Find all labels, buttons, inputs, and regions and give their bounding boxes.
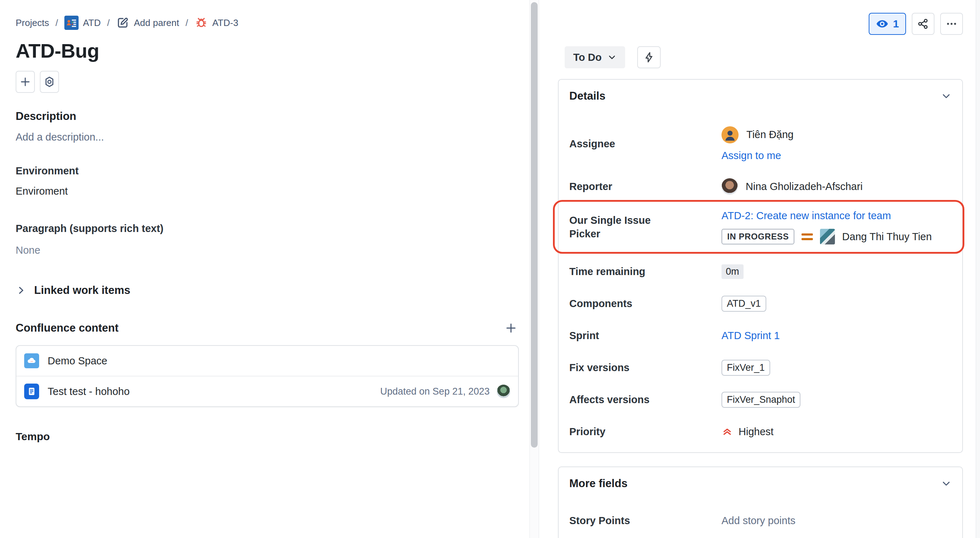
scrollbar-thumb[interactable] (531, 2, 538, 448)
more-actions-button[interactable] (940, 13, 963, 35)
more-fields-card: More fields Story Points Add story point… (558, 466, 963, 538)
eye-watch-icon (876, 18, 889, 30)
breadcrumb-project[interactable]: ATD (64, 16, 101, 30)
more-icon (945, 18, 958, 30)
add-confluence-content-button[interactable] (503, 320, 519, 336)
environment-heading: Environment (16, 165, 519, 177)
issue-main-panel: Projects / ATD / (0, 0, 530, 538)
story-points-row: Story Points Add story points (569, 509, 951, 532)
description-heading: Description (16, 110, 519, 123)
affects-versions-row: Affects versions FixVer_Snaphot (569, 388, 951, 411)
priority-name: Highest (738, 426, 773, 437)
priority-medium-icon (802, 233, 813, 240)
sprint-label: Sprint (569, 330, 721, 342)
assignee-name: Tiên Đặng (746, 129, 794, 140)
breadcrumb-separator: / (106, 18, 110, 29)
reporter-value[interactable]: Nina Gholizadeh-Afschari (721, 178, 951, 195)
chevron-right-icon (16, 285, 26, 296)
time-remaining-value[interactable]: 0m (721, 264, 743, 279)
environment-value[interactable]: Enviroment (16, 185, 519, 197)
avatar (497, 385, 510, 398)
assign-to-me-link[interactable]: Assign to me (721, 150, 951, 161)
details-card-header[interactable]: Details (569, 90, 951, 102)
priority-value[interactable]: Highest (721, 426, 951, 437)
breadcrumb-projects[interactable]: Projects (16, 18, 49, 29)
left-panel-scrollbar (530, 0, 539, 538)
linked-work-items-toggle[interactable]: Linked work items (16, 284, 519, 297)
reporter-name: Nina Gholizadeh-Afschari (746, 181, 863, 193)
description-placeholder[interactable]: Add a description... (16, 131, 519, 143)
breadcrumb-separator: / (55, 18, 59, 29)
confluence-content-card: Demo Space Test test - hohoho Updated on… (16, 345, 519, 407)
priority-label: Priority (569, 426, 721, 437)
project-avatar-icon (64, 16, 79, 30)
linked-issue-assignee-name: Dang Thi Thuy Tien (842, 231, 932, 243)
confluence-space-row[interactable]: Demo Space (16, 346, 518, 376)
watch-button[interactable]: 1 (869, 13, 906, 35)
issue-context-panel: 1 To Do (539, 0, 980, 538)
components-row: Components ATD_v1 (569, 292, 951, 315)
share-icon (917, 18, 929, 30)
confluence-page-updated: Updated on Sep 21, 2023 (380, 386, 490, 397)
avatar (721, 126, 738, 144)
edit-icon (116, 16, 129, 30)
page-title: ATD-Bug (16, 39, 519, 62)
time-remaining-label: Time remaining (569, 266, 721, 278)
fix-versions-row: Fix versions FixVer_1 (569, 356, 951, 379)
breadcrumb-add-parent-label: Add parent (134, 18, 179, 29)
confluence-page-row[interactable]: Test test - hohoho Updated on Sep 21, 20… (16, 376, 518, 406)
linked-work-items-heading: Linked work items (34, 284, 130, 297)
breadcrumb-add-parent[interactable]: Add parent (116, 16, 179, 30)
jira-issue-view: Projects / ATD / (0, 0, 980, 538)
bug-icon (194, 16, 208, 30)
fix-versions-label: Fix versions (569, 362, 721, 374)
watch-count: 1 (893, 18, 899, 30)
automation-button[interactable] (637, 46, 661, 68)
reporter-label: Reporter (569, 181, 721, 193)
assignee-label: Assignee (569, 138, 721, 150)
apps-button[interactable] (40, 71, 59, 93)
affects-version-chip[interactable]: FixVer_Snaphot (721, 392, 800, 408)
window-scrollbar[interactable] (976, 0, 980, 538)
linked-issue-link[interactable]: ATD-2: Create new instance for team (721, 210, 951, 222)
assignee-value[interactable]: Tiên Đặng (721, 126, 951, 144)
apps-icon (43, 76, 56, 88)
sprint-link[interactable]: ATD Sprint 1 (721, 330, 951, 342)
breadcrumb-project-label: ATD (83, 18, 101, 29)
chevron-down-icon (941, 478, 951, 489)
story-points-label: Story Points (569, 515, 721, 527)
priority-row: Priority Highest (569, 420, 951, 443)
reporter-row: Reporter Nina Gholizadeh-Afschari (569, 175, 951, 198)
breadcrumb-issue-key-label: ATD-3 (212, 18, 238, 29)
more-fields-header[interactable]: More fields (569, 477, 951, 490)
sprint-row: Sprint ATD Sprint 1 (569, 324, 951, 347)
confluence-page-icon (24, 383, 39, 399)
avatar (721, 178, 738, 195)
priority-highest-icon (721, 426, 733, 437)
breadcrumb-issue-key[interactable]: ATD-3 (194, 16, 238, 30)
avatar (820, 229, 835, 244)
fix-version-chip[interactable]: FixVer_1 (721, 360, 770, 376)
single-issue-picker-row: Our Single Issue Picker ATD-2: Create ne… (569, 210, 951, 244)
details-card: Details Assignee (558, 79, 963, 453)
confluence-page-title: Test test - hohoho (48, 386, 130, 398)
components-label: Components (569, 298, 721, 310)
chevron-down-icon (607, 53, 617, 62)
confluence-space-title: Demo Space (48, 355, 107, 367)
more-fields-heading: More fields (569, 477, 628, 490)
details-heading: Details (569, 90, 606, 102)
paragraph-field-heading: Paragraph (supports rich text) (16, 223, 519, 235)
paragraph-field-value[interactable]: None (16, 244, 519, 256)
plus-icon (19, 76, 31, 88)
component-chip[interactable]: ATD_v1 (721, 296, 766, 312)
confluence-space-icon (24, 353, 39, 368)
status-dropdown[interactable]: To Do (565, 46, 625, 68)
share-button[interactable] (912, 13, 934, 35)
breadcrumb-separator: / (185, 18, 189, 29)
automation-icon (643, 51, 655, 63)
status-lozenge: IN PROGRESS (721, 229, 794, 244)
story-points-placeholder[interactable]: Add story points (721, 515, 951, 527)
add-button[interactable] (16, 71, 35, 93)
confluence-content-heading: Confluence content (16, 322, 118, 334)
single-issue-picker-label: Our Single Issue Picker (569, 214, 658, 241)
